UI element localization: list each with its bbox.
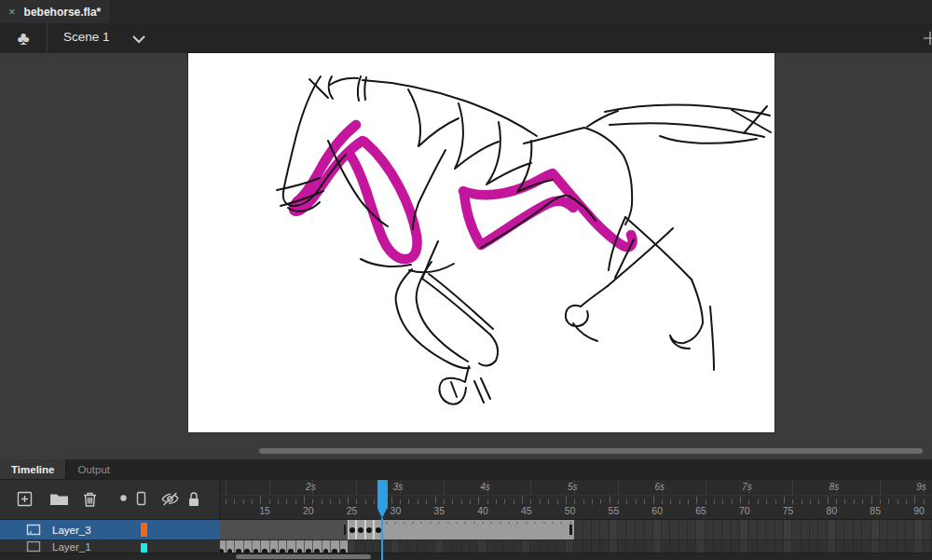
frame-cell[interactable] <box>748 520 757 540</box>
frame-cell[interactable] <box>592 540 600 553</box>
timeline-ruler[interactable]: 2s3s4s5s6s7s8s9s152025303540455055606570… <box>220 480 932 519</box>
frame-cell[interactable] <box>871 520 880 540</box>
frames-track-layer1[interactable] <box>220 540 932 553</box>
frame-cell[interactable] <box>461 540 470 553</box>
frame-cell[interactable] <box>740 520 748 540</box>
layer-row-layer1[interactable]: Layer_1 <box>0 540 220 553</box>
frame-cell[interactable] <box>548 540 556 553</box>
timeline-scrollbar-track[interactable] <box>0 553 932 560</box>
frame-cell[interactable] <box>714 520 722 540</box>
frame-cell[interactable] <box>400 540 408 553</box>
chevron-down-icon[interactable] <box>132 35 145 44</box>
frame-cell[interactable] <box>522 540 530 553</box>
frame-cell[interactable] <box>618 540 626 553</box>
frame-cell[interactable] <box>696 520 705 540</box>
frame-cell[interactable] <box>653 540 662 553</box>
frame-cell[interactable] <box>828 520 836 540</box>
frame-cell[interactable] <box>382 540 391 553</box>
frame-cell[interactable] <box>766 540 774 553</box>
frame-cell[interactable] <box>688 540 696 553</box>
stage-horizontal-scrollbar[interactable] <box>259 448 923 454</box>
frame-cell[interactable] <box>862 540 870 553</box>
tab-output[interactable]: Output <box>66 459 121 479</box>
frame-cell[interactable] <box>784 540 792 553</box>
frame-cell[interactable] <box>888 520 897 540</box>
frame-cell[interactable] <box>775 540 784 553</box>
frame-cell[interactable] <box>802 520 810 540</box>
frame-cell[interactable] <box>356 540 364 553</box>
frame-cell[interactable] <box>722 540 731 553</box>
frame-cell[interactable] <box>818 540 827 553</box>
frame-cell[interactable] <box>444 540 452 553</box>
frame-cell[interactable] <box>478 540 487 553</box>
frame-cell[interactable] <box>679 520 688 540</box>
frame-cell[interactable] <box>766 520 774 540</box>
frame-cell[interactable] <box>818 520 827 540</box>
frame-cell[interactable] <box>566 540 574 553</box>
frame-cell[interactable] <box>844 520 853 540</box>
new-layer-icon[interactable] <box>17 491 33 507</box>
frame-cell[interactable] <box>435 540 444 553</box>
frame-cell[interactable] <box>426 540 434 553</box>
frame-cell[interactable] <box>610 520 618 540</box>
frame-cell[interactable] <box>871 540 880 553</box>
frame-cell[interactable] <box>583 520 592 540</box>
lock-toggle-icon[interactable] <box>187 491 200 508</box>
frame-cell[interactable] <box>592 520 600 540</box>
frame-cell[interactable] <box>784 520 792 540</box>
frame-cell[interactable] <box>775 520 784 540</box>
outline-toggle-icon[interactable] <box>136 491 147 507</box>
frame-cell[interactable] <box>880 520 888 540</box>
frame-span[interactable] <box>220 520 348 540</box>
frame-cell[interactable] <box>914 520 923 540</box>
frame-cell[interactable] <box>898 540 906 553</box>
frame-cell[interactable] <box>600 520 609 540</box>
home-button[interactable]: ♣ <box>0 23 48 53</box>
frame-cell[interactable] <box>732 540 740 553</box>
frame-cell[interactable] <box>898 520 906 540</box>
frame-cell[interactable] <box>880 540 888 553</box>
frame-cell[interactable] <box>470 540 478 553</box>
frame-cell[interactable] <box>418 540 426 553</box>
frame-cell[interactable] <box>706 540 714 553</box>
frame-cell[interactable] <box>504 540 513 553</box>
frame-cell[interactable] <box>888 540 897 553</box>
frame-cell[interactable] <box>644 540 652 553</box>
frame-cell[interactable] <box>802 540 810 553</box>
frame-cell[interactable] <box>706 520 714 540</box>
frame-cell[interactable] <box>618 520 626 540</box>
frame-cell[interactable] <box>758 540 766 553</box>
frame-cell[interactable] <box>862 520 870 540</box>
frame-cell[interactable] <box>844 540 853 553</box>
frame-cell[interactable] <box>452 540 460 553</box>
frame-cell[interactable] <box>600 540 609 553</box>
frame-cell[interactable] <box>530 540 539 553</box>
frame-cell[interactable] <box>810 540 818 553</box>
frame-cell[interactable] <box>626 520 635 540</box>
document-tab[interactable]: × bebehorse.fla* <box>0 0 111 23</box>
frame-cell[interactable] <box>670 520 678 540</box>
frame-cell[interactable] <box>408 540 417 553</box>
frame-cell[interactable] <box>365 540 374 553</box>
frame-cell[interactable] <box>836 540 844 553</box>
frames-track-layer3[interactable] <box>220 520 932 540</box>
frame-cell[interactable] <box>679 540 688 553</box>
highlight-dot-icon[interactable] <box>119 494 128 502</box>
new-folder-icon[interactable] <box>49 491 69 507</box>
layer-color-swatch[interactable] <box>141 523 147 537</box>
frame-cell[interactable] <box>636 540 644 553</box>
frame-cell[interactable] <box>583 540 592 553</box>
frame-cell[interactable] <box>626 540 635 553</box>
frame-cell[interactable] <box>574 520 582 540</box>
frame-cell[interactable] <box>906 540 914 553</box>
frame-cell[interactable] <box>792 520 801 540</box>
frame-cell[interactable] <box>758 520 766 540</box>
frame-cell[interactable] <box>914 540 923 553</box>
frame-cell[interactable] <box>906 520 914 540</box>
frame-cell[interactable] <box>391 540 400 553</box>
layer-color-swatch[interactable] <box>141 543 147 553</box>
frame-cell[interactable] <box>740 540 748 553</box>
frame-cell[interactable] <box>924 540 932 553</box>
frame-cell[interactable] <box>487 540 496 553</box>
add-scene-icon[interactable] <box>923 31 932 46</box>
